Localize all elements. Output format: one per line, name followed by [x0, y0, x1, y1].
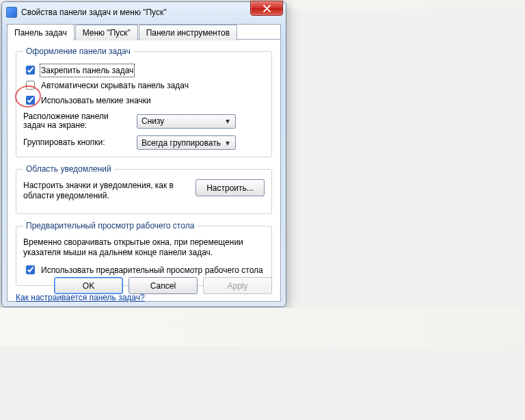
chevron-down-icon: ▾ [223, 138, 232, 148]
checkbox-row-autohide[interactable]: Автоматически скрывать панель задач [23, 79, 265, 92]
group-notification-area: Область уведомлений Настроить значки и у… [16, 164, 272, 214]
group-buttons-select[interactable]: Всегда группировать ▾ [137, 135, 236, 150]
checkbox-small-icons-label: Использовать мелкие значки [41, 95, 151, 106]
help-link[interactable]: Как настраивается панель задач? [16, 293, 145, 302]
tabstrip: Панель задач Меню "Пуск" Панели инструме… [7, 24, 281, 39]
ok-button[interactable]: OK [54, 277, 123, 294]
checkbox-small-icons[interactable] [26, 96, 35, 105]
window-icon [6, 7, 17, 18]
background-noise [0, 308, 525, 317]
location-label: Расположение панели задач на экране: [23, 112, 130, 130]
desktop-preview-desc: Временно сворачивать открытые окна, при … [23, 237, 265, 258]
checkbox-lock-taskbar-label: Закрепить панель задач [41, 65, 133, 76]
client-area: Оформление панели задач Закрепить панель… [7, 24, 281, 302]
checkbox-autohide-label: Автоматически скрывать панель задач [41, 80, 189, 91]
tab-toolbars-label: Панели инструментов [146, 28, 230, 38]
dialog-button-row: OK Cancel Apply [54, 277, 272, 294]
checkbox-aero-peek[interactable] [26, 265, 35, 274]
checkbox-aero-peek-label: Использовать предварительный просмотр ра… [41, 265, 263, 276]
background-noise [0, 337, 525, 346]
window-title: Свойства панели задач и меню "Пуск" [21, 8, 167, 17]
checkbox-row-lock[interactable]: Закрепить панель задач [23, 64, 265, 77]
location-select[interactable]: Снизу ▾ [137, 114, 236, 129]
background-noise [0, 317, 525, 327]
checkbox-lock-taskbar[interactable] [26, 66, 35, 75]
apply-button: Apply [203, 277, 272, 294]
group-buttons-select-value: Всегда группировать [142, 138, 221, 148]
checkbox-autohide[interactable] [26, 81, 35, 90]
group-appearance-legend: Оформление панели задач [23, 47, 133, 56]
tab-startmenu[interactable]: Меню "Пуск" [75, 25, 138, 40]
group-notification-legend: Область уведомлений [23, 164, 114, 174]
customize-button-label: Настроить... [206, 183, 254, 193]
background-noise [0, 327, 525, 337]
apply-button-label: Apply [227, 281, 247, 291]
ok-button-label: OK [83, 281, 94, 291]
group-appearance: Оформление панели задач Закрепить панель… [16, 47, 272, 157]
help-link-label: Как настраивается панель задач? [16, 293, 145, 302]
customize-button[interactable]: Настроить... [196, 179, 265, 196]
group-desktop-preview: Предварительный просмотр рабочего стола … [16, 221, 272, 286]
checkbox-row-peek[interactable]: Использовать предварительный просмотр ра… [23, 263, 265, 276]
close-icon [263, 5, 271, 12]
location-select-value: Снизу [142, 116, 164, 126]
group-buttons-label: Группировать кнопки: [23, 138, 130, 147]
notification-desc: Настроить значки и уведомления, как в об… [23, 181, 189, 201]
tab-taskbar[interactable]: Панель задач [7, 24, 75, 40]
checkbox-row-smallicons[interactable]: Использовать мелкие значки [23, 94, 265, 107]
tab-page: Оформление панели задач Закрепить панель… [8, 39, 280, 301]
tab-startmenu-label: Меню "Пуск" [83, 28, 131, 38]
properties-dialog: Свойства панели задач и меню "Пуск" Пане… [1, 1, 286, 307]
titlebar[interactable]: Свойства панели задач и меню "Пуск" [2, 2, 286, 23]
chevron-down-icon: ▾ [223, 116, 232, 126]
cancel-button[interactable]: Cancel [129, 277, 198, 294]
close-button[interactable] [250, 1, 283, 16]
cancel-button-label: Cancel [150, 281, 176, 291]
tab-taskbar-label: Панель задач [14, 28, 67, 38]
group-desktop-preview-legend: Предварительный просмотр рабочего стола [23, 221, 197, 231]
tab-toolbars[interactable]: Панели инструментов [139, 25, 237, 40]
